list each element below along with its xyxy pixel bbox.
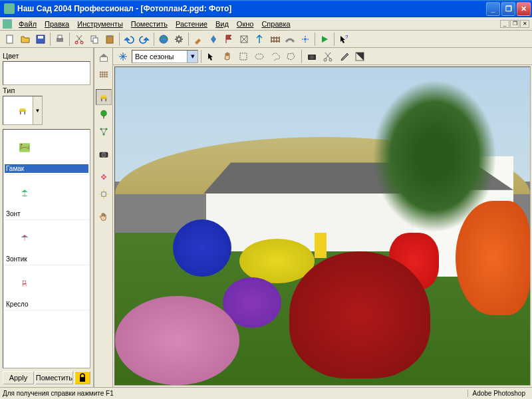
status-help-text: Для получения справки нажмите F1 <box>3 390 114 397</box>
menu-place[interactable]: Поместить <box>127 19 172 29</box>
tool-icon-1[interactable] <box>191 32 205 47</box>
svg-rect-17 <box>20 112 21 114</box>
svg-rect-0 <box>7 35 13 43</box>
list-item[interactable]: Зонтик <box>3 220 90 265</box>
gear-icon[interactable] <box>172 32 186 47</box>
chevron-down-icon[interactable]: ▾ <box>187 51 198 63</box>
paste-icon[interactable] <box>102 32 117 47</box>
camera-icon[interactable] <box>96 146 112 162</box>
svg-rect-46 <box>240 53 247 60</box>
furniture-icon[interactable] <box>96 89 112 105</box>
hand-tool-icon[interactable] <box>96 209 112 225</box>
new-icon[interactable] <box>3 32 17 47</box>
color-label: Цвет <box>3 52 90 60</box>
menu-edit[interactable]: Правка <box>41 19 73 29</box>
lock-button[interactable] <box>74 371 90 384</box>
expand-icon[interactable] <box>116 49 130 64</box>
mdi-restore[interactable]: ❐ <box>510 20 519 28</box>
minimize-button[interactable]: _ <box>486 2 500 16</box>
lasso-icon[interactable] <box>268 49 283 64</box>
menu-file[interactable]: Файл <box>15 19 41 29</box>
flower-object <box>115 296 239 385</box>
list-item-label: Кресло <box>5 300 88 309</box>
apply-button[interactable]: Apply <box>3 371 34 384</box>
tool-icon-3[interactable] <box>221 32 236 47</box>
chevron-down-icon[interactable]: ▼ <box>33 96 42 124</box>
fence-icon[interactable] <box>267 32 282 47</box>
menu-view[interactable]: Вид <box>211 19 233 29</box>
close-button[interactable]: ✕ <box>517 2 531 16</box>
svg-point-47 <box>255 54 263 59</box>
world-icon[interactable] <box>156 32 171 47</box>
path-icon[interactable] <box>283 32 297 47</box>
camera-tool-icon[interactable] <box>305 49 319 64</box>
design-canvas[interactable] <box>114 66 531 386</box>
sprinkler-icon[interactable] <box>298 32 313 47</box>
house-icon[interactable] <box>96 49 112 65</box>
redo-icon[interactable] <box>137 32 152 47</box>
season-value: Все сезоны <box>135 53 174 61</box>
tree-icon[interactable] <box>96 106 112 122</box>
menu-window[interactable]: Окно <box>233 19 258 29</box>
light-icon[interactable] <box>96 186 112 202</box>
pointer-help-icon[interactable]: ? <box>336 32 351 47</box>
flower-icon[interactable] <box>96 169 112 185</box>
tool-icon-2[interactable] <box>206 32 221 47</box>
list-item-label: Зонтик <box>5 255 88 263</box>
select-icon[interactable] <box>204 49 219 64</box>
fence-element-icon[interactable] <box>96 66 112 82</box>
canvas-toolbar: Все сезоны ▾ <box>113 48 532 65</box>
chair-object <box>315 233 327 258</box>
eyedropper-icon[interactable] <box>336 49 351 64</box>
app-icon <box>4 3 15 14</box>
svg-rect-25 <box>25 237 25 241</box>
object-list[interactable]: Гамак Зонт Зонтик Кресло <box>3 129 90 368</box>
menu-plant[interactable]: Растение <box>172 19 211 29</box>
save-icon[interactable] <box>33 32 48 47</box>
copy-icon[interactable] <box>87 32 102 47</box>
color-picker[interactable] <box>3 61 90 85</box>
svg-rect-34 <box>103 116 104 119</box>
mdi-close[interactable]: ✕ <box>520 20 529 28</box>
undo-icon[interactable] <box>122 32 136 47</box>
marquee-icon[interactable] <box>236 49 251 64</box>
svg-point-49 <box>310 55 314 59</box>
svg-point-39 <box>101 153 105 157</box>
list-item[interactable]: Гамак <box>3 130 90 175</box>
ellipse-select-icon[interactable] <box>252 49 267 64</box>
type-selector[interactable]: ▼ <box>3 96 43 125</box>
adjust-icon[interactable] <box>352 49 367 64</box>
list-item[interactable]: Зонт <box>3 175 90 220</box>
document-icon[interactable] <box>3 19 12 29</box>
svg-rect-2 <box>38 36 43 39</box>
svg-rect-16 <box>19 110 26 112</box>
print-icon[interactable] <box>53 32 67 47</box>
run-icon[interactable] <box>317 32 332 47</box>
place-button[interactable]: Поместить <box>35 371 73 384</box>
svg-rect-22 <box>25 192 25 196</box>
status-app-text: Adobe Photoshop <box>467 390 529 397</box>
window-controls: _ ❐ ✕ <box>486 2 531 16</box>
menu-tools[interactable]: Инструменты <box>73 19 127 29</box>
svg-rect-32 <box>105 98 106 101</box>
tool-icon-5[interactable] <box>252 32 267 47</box>
svg-point-12 <box>177 37 181 41</box>
tool-icon-4[interactable] <box>237 32 251 47</box>
list-item[interactable]: Кресло <box>3 265 90 311</box>
vertical-toolbar <box>94 48 113 387</box>
plant-network-icon[interactable] <box>96 124 112 140</box>
cut-icon[interactable] <box>72 32 86 47</box>
svg-point-14 <box>304 38 307 41</box>
svg-point-11 <box>160 35 168 43</box>
svg-text:?: ? <box>345 34 348 40</box>
scissors-icon[interactable] <box>321 49 335 64</box>
poly-lasso-icon[interactable] <box>284 49 299 64</box>
svg-point-23 <box>22 195 27 196</box>
pan-icon[interactable] <box>220 49 235 64</box>
status-bar: Для получения справки нажмите F1 Adobe P… <box>0 387 532 399</box>
menu-help[interactable]: Справка <box>257 19 294 29</box>
open-icon[interactable] <box>18 32 33 47</box>
maximize-button[interactable]: ❐ <box>501 2 515 16</box>
season-dropdown[interactable]: Все сезоны ▾ <box>132 50 198 63</box>
mdi-minimize[interactable]: _ <box>500 20 509 28</box>
